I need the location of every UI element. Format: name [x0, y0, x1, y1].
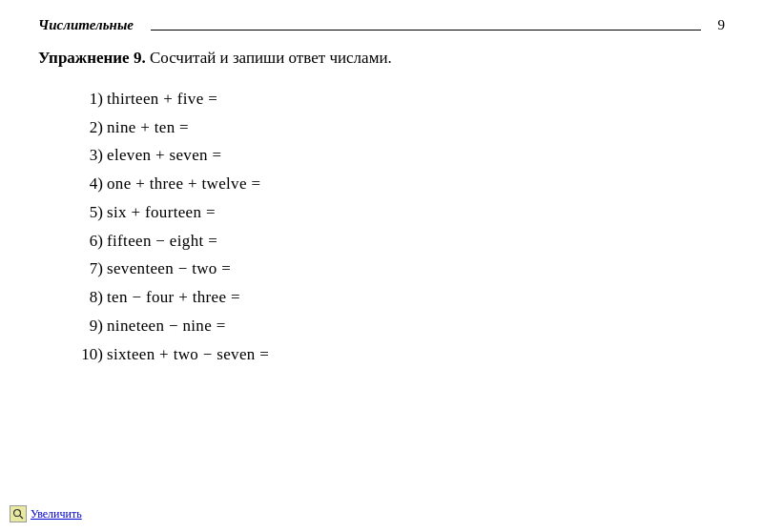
magnify-icon [10, 505, 27, 522]
exercise-label: Упражнение 9. [38, 49, 146, 67]
footer: Увеличить [10, 505, 82, 522]
page: Числительные 9 Упражнение 9. Сосчитай и … [0, 0, 763, 532]
item-expression: six + fourteen = [107, 198, 216, 227]
item-number: 2) [67, 113, 103, 142]
item-number: 9) [67, 312, 103, 340]
list-item: 7)seventeen − two = [67, 255, 725, 283]
item-number: 8) [67, 283, 103, 312]
exercises-list: 1)thirteen + five =2)nine + ten =3)eleve… [67, 85, 725, 369]
page-number: 9 [718, 17, 726, 33]
item-expression: ten − four + three = [107, 283, 240, 312]
header-line [151, 30, 701, 31]
header-left: Числительные 9 [38, 17, 725, 33]
item-number: 6) [67, 227, 103, 256]
item-expression: one + three + twelve = [107, 170, 260, 198]
list-item: 8)ten − four + three = [67, 283, 725, 312]
exercise-title: Упражнение 9. Сосчитай и запиши ответ чи… [38, 47, 725, 70]
item-expression: eleven + seven = [107, 141, 221, 170]
item-number: 1) [67, 85, 103, 113]
item-expression: sixteen + two − seven = [107, 340, 269, 369]
list-item: 4)one + three + twelve = [67, 170, 725, 198]
magnify-svg [12, 508, 24, 520]
item-number: 7) [67, 255, 103, 283]
item-expression: nine + ten = [107, 113, 189, 142]
item-expression: nineteen − nine = [107, 312, 226, 340]
item-number: 10) [67, 340, 103, 369]
exercise-description: Сосчитай и запиши ответ числами. [150, 49, 392, 67]
enlarge-link[interactable]: Увеличить [31, 507, 82, 522]
header-title: Числительные [38, 17, 134, 33]
item-number: 5) [67, 198, 103, 227]
item-expression: fifteen − eight = [107, 227, 217, 256]
list-item: 3)eleven + seven = [67, 141, 725, 170]
item-number: 3) [67, 141, 103, 170]
list-item: 9)nineteen − nine = [67, 312, 725, 340]
list-item: 10)sixteen + two − seven = [67, 340, 725, 369]
item-expression: thirteen + five = [107, 85, 217, 113]
list-item: 1)thirteen + five = [67, 85, 725, 113]
item-number: 4) [67, 170, 103, 198]
list-item: 2)nine + ten = [67, 113, 725, 142]
header: Числительные 9 [38, 17, 725, 33]
list-item: 6)fifteen − eight = [67, 227, 725, 256]
item-expression: seventeen − two = [107, 255, 231, 283]
svg-line-1 [20, 516, 23, 519]
list-item: 5)six + fourteen = [67, 198, 725, 227]
svg-point-0 [14, 510, 21, 517]
